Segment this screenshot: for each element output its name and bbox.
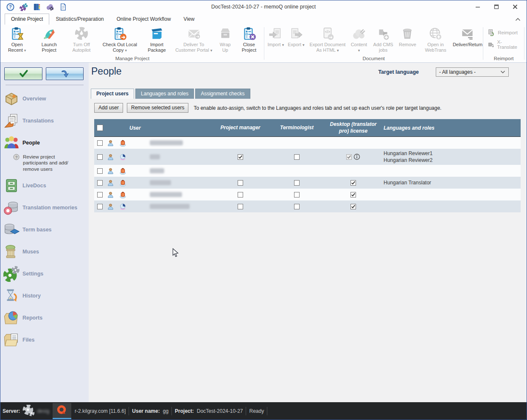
ribbon-button-add-cms-jobs[interactable]: Add CMS jobs <box>369 25 398 53</box>
mouse-cursor <box>172 248 179 259</box>
server-administrator-button[interactable] <box>45 2 54 11</box>
ribbon-button-wrap-up[interactable]: Wrap Up <box>215 25 235 53</box>
sidebar-item-settings[interactable]: Settings <box>0 263 89 285</box>
ribbon-tab-online-project[interactable]: Online Project <box>5 14 49 25</box>
ribbon-button-open-in-webtrans[interactable]: Open in WebTrans <box>418 25 453 53</box>
person-icon <box>107 203 114 210</box>
checkbox-checked[interactable] <box>350 192 356 197</box>
cloud-plug-icon <box>352 27 366 41</box>
table-row[interactable]: Hungarian Reviewer1Hungarian Reviewer2 <box>94 149 521 165</box>
column-header-languages-roles[interactable]: Languages and roles <box>381 125 521 131</box>
db-red-icon <box>3 200 20 216</box>
remove-selected-users-button[interactable]: Remove selected users <box>127 103 188 113</box>
sync-deliver-button[interactable] <box>46 67 84 80</box>
ribbon-button-import[interactable]: Import ▾ <box>266 25 286 48</box>
ribbon-button-deliver-to-customer-portal[interactable]: Deliver To Customer Portal ▾ <box>173 25 215 53</box>
sidebar-item-translations[interactable]: Translations <box>0 110 89 132</box>
ribbon-button-open-recent[interactable]: Open Recent ▾ <box>2 25 32 53</box>
column-header-project-manager[interactable]: Project manager <box>212 125 269 131</box>
ribbon-group-document: Import ▾Export ▾</>Export Document As HT… <box>266 25 482 62</box>
sidebar-item-term-bases[interactable]: Term bases <box>0 219 89 241</box>
user-name-redacted <box>150 140 183 145</box>
checkbox-unchecked[interactable] <box>97 204 103 209</box>
checkbox-checked[interactable] <box>238 154 243 160</box>
resource-console-button[interactable] <box>32 2 41 11</box>
user-name-value: gg <box>163 408 168 414</box>
sidebar-item-translation-memories[interactable]: Translation memories <box>0 197 89 219</box>
checkbox-unchecked[interactable] <box>97 154 103 160</box>
sidebar-item-muses[interactable]: Muses <box>0 241 89 263</box>
collapse-ribbon-icon[interactable] <box>515 15 521 23</box>
ribbon-button-content[interactable]: Content ▾ <box>349 25 369 53</box>
checkbox-unchecked[interactable] <box>238 180 243 186</box>
ribbon-tab-statistics-preparation[interactable]: Statistics/Preparation <box>49 14 110 25</box>
help-button[interactable]: ? <box>6 2 15 11</box>
ribbon-button-x-translate[interactable]: X-Translate <box>488 39 519 50</box>
ribbon-tab-view[interactable]: View <box>177 14 201 25</box>
ribbon-tabs: Online ProjectStatistics/PreparationOnli… <box>5 14 201 25</box>
doc-import-icon <box>269 27 283 41</box>
checkbox-checked[interactable] <box>350 180 356 186</box>
column-header-terminologist[interactable]: Terminologist <box>269 125 325 131</box>
select-all-checkbox[interactable] <box>97 125 103 131</box>
minimize-icon <box>475 4 480 9</box>
new-document-button[interactable] <box>58 2 67 11</box>
close-button[interactable] <box>510 3 520 11</box>
user-name-label: User name: <box>132 408 160 414</box>
checkbox-unchecked[interactable] <box>97 140 103 146</box>
ribbon-group-manage-project: Open Recent ▾Launch ProjectTurn Off Auto… <box>2 25 263 62</box>
maximize-button[interactable] <box>492 3 501 11</box>
tab-assignment-checks[interactable]: Assignment checks <box>195 89 250 99</box>
checkbox-unchecked[interactable] <box>97 192 103 197</box>
sidebar-item-people[interactable]: People <box>0 132 89 154</box>
ribbon-button-import-package[interactable]: Import Package <box>141 25 172 53</box>
column-header-user[interactable]: User <box>105 125 212 131</box>
checkbox-unchecked[interactable] <box>294 154 300 160</box>
checkbox-unchecked[interactable] <box>238 204 243 209</box>
options-button[interactable] <box>19 2 28 11</box>
sidebar-item-overview[interactable]: Overview <box>0 88 89 110</box>
checkbox-unchecked[interactable] <box>294 192 300 197</box>
checkbox-checked[interactable] <box>350 204 356 209</box>
clipboard-checkout-icon <box>112 27 127 41</box>
checkbox-unchecked[interactable] <box>97 180 103 186</box>
ribbon-button-export[interactable]: Export ▾ <box>286 25 306 48</box>
checkbox-unchecked[interactable] <box>238 192 243 197</box>
ribbon-tab-online-project-workflow[interactable]: Online Project Workflow <box>110 14 177 25</box>
ribbon-button-deliver-return[interactable]: Deliver/Return <box>454 25 482 48</box>
close-icon <box>513 4 518 9</box>
tab-project-users[interactable]: Project users <box>91 89 134 99</box>
sidebar-item-livedocs[interactable]: LiveDocs <box>0 175 89 197</box>
table-row[interactable] <box>94 137 521 149</box>
checkbox-unchecked[interactable] <box>294 204 300 209</box>
sidebar-action-buttons <box>0 63 89 84</box>
ribbon-button-remove[interactable]: Remove <box>397 25 418 48</box>
memoq-taskbar-icon[interactable] <box>53 403 71 419</box>
table-row[interactable] <box>94 189 521 200</box>
tab-languages-and-roles[interactable]: Languages and roles <box>135 89 194 99</box>
ribbon-button-check-out-local-copy[interactable]: Check Out Local Copy ▾ <box>98 25 141 53</box>
sidebar-item-files[interactable]: Files <box>0 329 89 351</box>
taskbar-gear-icon[interactable] <box>22 405 35 417</box>
ribbon-button-reimport[interactable]: Reimport <box>488 29 519 36</box>
sidebar-item-reports[interactable]: Reports <box>0 307 89 329</box>
column-header-desktop-license[interactable]: Desktop (translator pro) license <box>325 121 381 134</box>
ribbon-button-export-document-as-html[interactable]: </>Export Document As HTML ▾ <box>306 25 349 53</box>
table-row[interactable] <box>94 200 521 212</box>
languages-and-roles-cell: Hungarian Reviewer1Hungarian Reviewer2 <box>381 149 521 165</box>
ribbon-button-launch-project[interactable]: Launch Project <box>34 25 64 53</box>
checkbox-unchecked[interactable] <box>294 180 300 186</box>
sidebar-item-history[interactable]: History <box>0 285 89 307</box>
add-user-button[interactable]: Add user <box>94 103 123 113</box>
target-language-dropdown[interactable]: - All languages - <box>436 67 509 77</box>
ribbon-button-close-project[interactable]: Close Project <box>235 25 263 53</box>
confirm-button[interactable] <box>4 67 42 80</box>
window-controls <box>473 3 524 11</box>
checkbox-unchecked[interactable] <box>97 168 103 174</box>
table-row[interactable] <box>94 165 521 177</box>
languages-and-roles-cell <box>381 142 521 144</box>
doc-reimport-icon <box>488 29 495 36</box>
minimize-button[interactable] <box>473 3 482 11</box>
ribbon-button-turn-off-autopilot[interactable]: Turn Off Autopilot <box>64 25 98 53</box>
table-row[interactable]: Hungarian Translator <box>94 177 521 189</box>
